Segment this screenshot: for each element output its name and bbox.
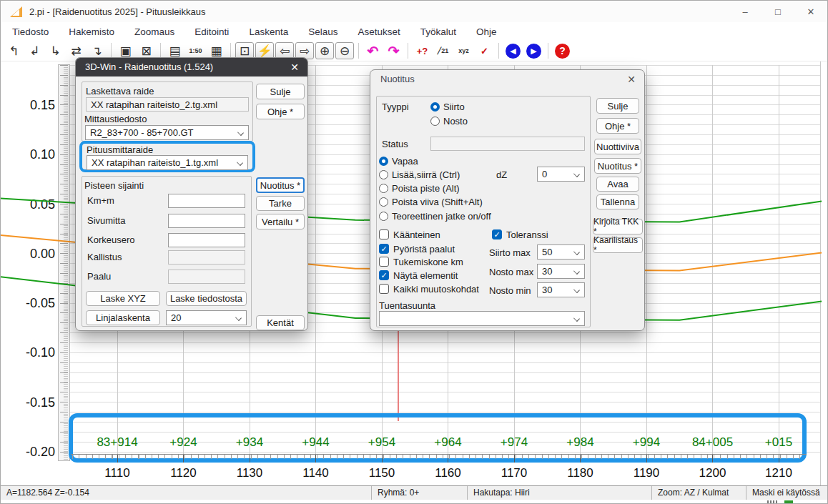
file-read-add-icon[interactable]: ↲ (25, 42, 44, 60)
poista-piste-radio-label[interactable]: Poista piste (Alt) (392, 183, 460, 194)
dz-combo[interactable]: 0 (537, 167, 585, 182)
teoreettinen-jatke-radio-label[interactable]: Teoreettinen jatke on/off (392, 211, 491, 222)
nuotitus-button[interactable]: Nuotitus * (256, 177, 305, 193)
siirto-radio[interactable] (430, 102, 440, 112)
sulje-button[interactable]: Sulje (256, 84, 305, 99)
check-points-icon[interactable]: ✓ (475, 42, 494, 60)
mittaustiedosto-combo[interactable]: R2_83+700 - 85+700.GT (85, 125, 249, 140)
menu-tiedosto[interactable]: Tiedosto (2, 24, 59, 40)
kaanteinen-checkbox[interactable] (379, 229, 389, 239)
siirto-max-combo[interactable]: 50 (537, 244, 585, 260)
kmm-input[interactable] (168, 194, 245, 208)
undo-icon[interactable]: ↶ (363, 42, 383, 60)
ohje-button[interactable]: Ohje * (596, 118, 639, 134)
menu-laskenta[interactable]: Laskenta (239, 24, 298, 40)
nosto-min-combo[interactable]: 30 (537, 282, 585, 297)
calc-xyz-icon[interactable]: xyz (454, 42, 473, 60)
nosto-radio[interactable] (430, 117, 440, 126)
tallenna-button[interactable]: Tallenna (596, 194, 639, 209)
status-coordinates: A=1182.564 Z=-0.154 (1, 486, 371, 500)
nosto-max-combo[interactable]: 30 (537, 264, 585, 279)
next-icon[interactable]: ▶ (524, 42, 543, 60)
menu-tyokalut[interactable]: Työkalut (410, 24, 466, 40)
siirto-radio-label[interactable]: Siirto (443, 102, 465, 112)
vapaa-radio-label[interactable]: Vapaa (392, 156, 418, 167)
kaikki-muutoskohdat-checkbox-label[interactable]: Kaikki muutoskohdat (393, 284, 479, 295)
toleranssi-checkbox[interactable] (492, 229, 502, 239)
x-tick-label: 1140 (283, 466, 349, 480)
menu-editointi[interactable]: Editointi (184, 24, 239, 40)
nayta-elementit-checkbox-label[interactable]: Näytä elementit (393, 270, 458, 281)
nosto-radio-label[interactable]: Nosto (443, 116, 468, 127)
station-label: +954 (349, 435, 415, 450)
menu-zoomaus[interactable]: Zoomaus (124, 24, 184, 40)
kentat-button[interactable]: Kentät (256, 315, 305, 330)
sulje-button[interactable]: Sulje (596, 98, 639, 114)
menu-asetukset[interactable]: Asetukset (348, 24, 410, 40)
nuottiviiva-button[interactable]: Nuottiviiva (594, 139, 641, 154)
nuotitus-button[interactable]: Nuotitus * (594, 158, 641, 174)
menu-ohje[interactable]: Ohje (466, 24, 507, 40)
vertailu-button[interactable]: Vertailu * (256, 214, 305, 229)
avaa-button[interactable]: Avaa (596, 177, 639, 192)
sivumitta-input[interactable] (168, 214, 245, 228)
nuotitus-dialog-titlebar[interactable]: Nuotitus ✕ (370, 70, 644, 89)
redo-icon[interactable]: ↷ (384, 42, 403, 60)
laske-xyz-button[interactable]: Laske XYZ (86, 291, 160, 306)
measure-distance-icon[interactable]: ╱21 (433, 42, 453, 60)
zoom-in-icon[interactable]: ⊕ (315, 42, 334, 59)
menu-hakemisto[interactable]: Hakemisto (59, 24, 124, 40)
close-icon[interactable]: ✕ (290, 58, 299, 76)
poista-piste-radio[interactable] (379, 184, 388, 193)
teoreettinen-jatke-radio[interactable] (379, 212, 388, 221)
ohje-button[interactable]: Ohje * (256, 104, 305, 119)
x-tick-label: 1180 (548, 466, 613, 480)
add-query-icon[interactable]: +? (413, 42, 432, 60)
kirjoita-tkk-button[interactable]: Kirjoita TKK * (593, 219, 643, 234)
close-icon[interactable]: ✕ (627, 70, 636, 89)
korkeusero-input[interactable] (168, 233, 245, 247)
vapaa-radio[interactable] (379, 157, 388, 166)
clipped-row (1, 500, 827, 503)
maximize-icon[interactable]: □ (762, 1, 794, 22)
file-write-icon[interactable]: ↳ (46, 42, 65, 60)
lisaa-siirra-radio[interactable] (379, 170, 388, 179)
nayta-elementit-checkbox[interactable] (379, 270, 389, 280)
interval-combo[interactable]: 20 (166, 310, 247, 325)
toleranssi-checkbox-label[interactable]: Toleranssi (506, 229, 548, 240)
tarke-button[interactable]: Tarke (256, 196, 305, 211)
nuotitus-dialog: Nuotitus ✕ Tyyppi Siirto Nosto Status Va… (370, 69, 645, 331)
kaarilistaus-button[interactable]: Kaarilistaus * (593, 237, 643, 253)
poista-viiva-radio[interactable] (379, 197, 388, 207)
siirto-max-label: Siirto max (489, 247, 531, 258)
x-tick-label: 1170 (481, 466, 547, 480)
app-window: 2.pi - [Raidenuotitus 2025] - Pituusleik… (0, 0, 828, 504)
title-bar: 2.pi - [Raidenuotitus 2025] - Pituusleik… (1, 1, 827, 22)
help-icon[interactable]: ? (553, 42, 572, 60)
close-icon[interactable]: ✕ (794, 1, 827, 22)
toolbar-separator (160, 43, 161, 59)
menu-selaus[interactable]: Selaus (298, 24, 348, 40)
kaanteinen-checkbox-label[interactable]: Käänteinen (393, 229, 440, 240)
siirto-max-value: 50 (542, 247, 552, 257)
kaikki-muutoskohdat-checkbox[interactable] (379, 284, 389, 294)
laske-tiedostosta-button[interactable]: Laske tiedostosta (166, 291, 247, 306)
linjalaskenta-button[interactable]: Linjalaskenta (86, 310, 160, 325)
tuentasuunta-combo[interactable] (379, 311, 585, 326)
raidenuotitus-dialog-titlebar[interactable]: 3D-Win - Raidenuotitus (1.524) ✕ (76, 58, 307, 76)
lisaa-siirra-radio-label[interactable]: Lisää,siirrä (Ctrl) (392, 169, 460, 180)
pituusmittaraide-combo[interactable]: XX ratapihan raiteisto_1.tg.xml (87, 155, 248, 170)
tukemiskone-km-checkbox[interactable] (379, 257, 389, 267)
zoom-out-icon[interactable]: ⊖ (335, 42, 354, 59)
minimize-icon[interactable]: – (729, 1, 762, 22)
dz-label: dZ (496, 169, 507, 180)
menu-bar: Tiedosto Hakemisto Zoomaus Editointi Las… (1, 22, 827, 41)
poista-viiva-radio-label[interactable]: Poista viiva (Shift+Alt) (392, 197, 483, 207)
pyorista-paalut-checkbox-label[interactable]: Pyöristä paalut (393, 244, 455, 255)
pyorista-paalut-checkbox[interactable] (379, 244, 389, 254)
tukemiskone-km-checkbox-label[interactable]: Tukemiskone km (393, 257, 463, 267)
prev-icon[interactable]: ◀ (503, 42, 523, 60)
kallistus-label: Kallistus (87, 252, 122, 262)
pituusmittaraide-value: XX ratapihan raiteisto_1.tg.xml (92, 157, 218, 168)
file-read-icon[interactable]: ↰ (4, 42, 24, 60)
